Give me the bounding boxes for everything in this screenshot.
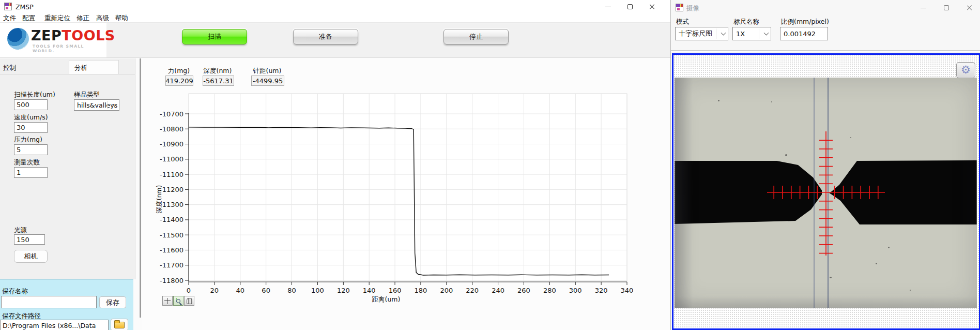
svg-text:-11400: -11400 bbox=[160, 216, 183, 223]
svg-text:-11100: -11100 bbox=[160, 171, 183, 178]
panel-splitter[interactable] bbox=[140, 58, 141, 318]
speed-input[interactable] bbox=[14, 122, 48, 133]
menu-item-help[interactable]: 帮助 bbox=[115, 14, 128, 22]
vignette-overlay bbox=[675, 78, 977, 308]
graph-cursor-tool-button[interactable] bbox=[162, 296, 173, 306]
camera-maximize-button[interactable] bbox=[935, 1, 958, 14]
svg-text:320: 320 bbox=[595, 287, 608, 294]
svg-text:160: 160 bbox=[389, 287, 402, 294]
camera-settings-button[interactable]: ⚙ bbox=[956, 62, 975, 78]
menu-item-file[interactable]: 文件 bbox=[3, 14, 16, 22]
save-name-input[interactable] bbox=[1, 296, 97, 308]
scale-input[interactable] bbox=[780, 27, 828, 40]
camera-close-button[interactable] bbox=[958, 1, 980, 14]
zmsp-menubar: 文件 配置 重新定位 修正 高级 帮助 bbox=[0, 13, 670, 23]
svg-text:240: 240 bbox=[492, 287, 504, 294]
maximize-icon bbox=[944, 5, 949, 10]
graph-pan-tool-button[interactable] bbox=[184, 296, 194, 306]
close-icon bbox=[967, 5, 973, 11]
camera-window: 摄像 模式 十字标尺图 标尺名称 1X 比例(mm/pixel) ⚙ bbox=[670, 0, 980, 330]
zmsp-window: ZMSP 文件 配置 重新定位 修正 高级 帮助 ZEPTOOLS TOOLS … bbox=[0, 0, 670, 330]
camera-titlebar: 摄像 bbox=[671, 0, 980, 16]
svg-text:80: 80 bbox=[287, 287, 296, 294]
save-name-label: 保存名称 bbox=[2, 287, 28, 296]
ruler-name-dropdown[interactable]: 1X bbox=[732, 27, 771, 40]
ruler-name-label: 标尺名称 bbox=[733, 18, 759, 26]
zeptools-logo-subtitle: TOOLS FOR SMALL WORLD. bbox=[33, 44, 106, 53]
zmsp-titlebar: ZMSP bbox=[0, 0, 670, 13]
light-source-input[interactable] bbox=[14, 234, 45, 245]
svg-text:140: 140 bbox=[363, 287, 376, 294]
sample-type-value: hills&valleys bbox=[77, 101, 117, 109]
save-panel: 保存名称 保存 保存文件路径 bbox=[0, 279, 133, 330]
gear-icon: ⚙ bbox=[961, 65, 971, 76]
mode-label: 模式 bbox=[676, 18, 689, 26]
menu-item-advanced[interactable]: 高级 bbox=[96, 14, 109, 22]
measure-count-label: 测量次数 bbox=[14, 158, 40, 167]
zeptools-logo: ZEPTOOLS TOOLS FOR SMALL WORLD. bbox=[0, 23, 106, 57]
zoom-magnifier-icon bbox=[176, 299, 180, 303]
tab-control[interactable]: 控制 bbox=[3, 64, 16, 72]
svg-text:-10900: -10900 bbox=[160, 140, 183, 148]
scan-button[interactable]: 扫描 bbox=[182, 29, 247, 44]
mode-dropdown[interactable]: 十字标尺图 bbox=[675, 27, 728, 40]
svg-text:-11000: -11000 bbox=[160, 155, 183, 163]
svg-text:100: 100 bbox=[311, 287, 324, 294]
save-path-input[interactable] bbox=[0, 320, 109, 330]
sample-type-dropdown[interactable]: hills&valleys bbox=[74, 99, 119, 111]
svg-text:-10800: -10800 bbox=[160, 125, 183, 133]
camera-button[interactable]: 相机 bbox=[14, 250, 48, 263]
tab-divider bbox=[0, 74, 135, 74]
ruler-name-value: 1X bbox=[736, 30, 745, 38]
svg-text:280: 280 bbox=[543, 287, 556, 294]
zmsp-close-button[interactable] bbox=[641, 0, 664, 13]
svg-text:40: 40 bbox=[236, 287, 244, 294]
pressure-input[interactable] bbox=[14, 144, 48, 155]
svg-text:20: 20 bbox=[210, 287, 219, 294]
maximize-icon bbox=[627, 4, 633, 9]
graph-zoom-tool-button[interactable] bbox=[173, 296, 183, 306]
prepare-button[interactable]: 准备 bbox=[293, 29, 358, 44]
close-icon bbox=[649, 4, 655, 10]
pressure-label: 压力(mg) bbox=[14, 136, 42, 144]
light-source-label: 光源 bbox=[14, 226, 27, 235]
cursor-crosshair-icon bbox=[164, 298, 171, 304]
tab-analysis[interactable]: 分析 bbox=[69, 60, 119, 74]
svg-text:-11500: -11500 bbox=[160, 231, 183, 239]
scan-length-input[interactable] bbox=[14, 99, 48, 110]
measure-count-input[interactable] bbox=[14, 167, 48, 178]
depth-profile-chart[interactable]: -10700-10800-10900-11000-11100-11200-113… bbox=[142, 58, 670, 330]
menu-item-relocate[interactable]: 重新定位 bbox=[44, 14, 70, 22]
minimize-icon bbox=[605, 7, 611, 7]
camera-minimize-button[interactable] bbox=[912, 1, 935, 14]
save-button[interactable]: 保存 bbox=[99, 296, 126, 308]
menu-item-config[interactable]: 配置 bbox=[22, 14, 35, 22]
svg-text:-11300: -11300 bbox=[160, 201, 183, 208]
folder-icon bbox=[114, 322, 125, 328]
pan-hand-icon bbox=[187, 298, 192, 304]
zmsp-window-title: ZMSP bbox=[16, 3, 34, 11]
zeptools-logo-icon bbox=[7, 28, 29, 50]
svg-text:0: 0 bbox=[187, 287, 191, 294]
scan-length-label: 扫描长度(um) bbox=[14, 91, 55, 99]
zmsp-minimize-button[interactable] bbox=[596, 0, 619, 13]
svg-text:340: 340 bbox=[621, 287, 634, 294]
sample-type-label: 样品类型 bbox=[74, 91, 100, 99]
labview-app-icon bbox=[676, 4, 683, 11]
camera-window-title: 摄像 bbox=[686, 4, 699, 13]
browse-folder-button[interactable] bbox=[111, 319, 128, 330]
chart-panel: 力(mg) 419.209 深度(nm) -5617.31 针距(um) -44… bbox=[142, 58, 670, 330]
svg-text:300: 300 bbox=[569, 287, 582, 294]
svg-text:220: 220 bbox=[466, 287, 479, 294]
svg-text:180: 180 bbox=[415, 287, 427, 294]
svg-text:-11200: -11200 bbox=[160, 186, 183, 193]
camera-live-image bbox=[675, 78, 977, 308]
svg-text:200: 200 bbox=[440, 287, 453, 294]
stop-button[interactable]: 停止 bbox=[443, 29, 509, 44]
zeptools-logo-text: ZEPTOOLS bbox=[31, 27, 115, 43]
zmsp-maximize-button[interactable] bbox=[619, 0, 641, 13]
menu-item-correction[interactable]: 修正 bbox=[76, 14, 89, 22]
mode-value: 十字标尺图 bbox=[679, 29, 712, 38]
scale-label: 比例(mm/pixel) bbox=[781, 18, 829, 26]
minimize-icon bbox=[921, 8, 926, 8]
